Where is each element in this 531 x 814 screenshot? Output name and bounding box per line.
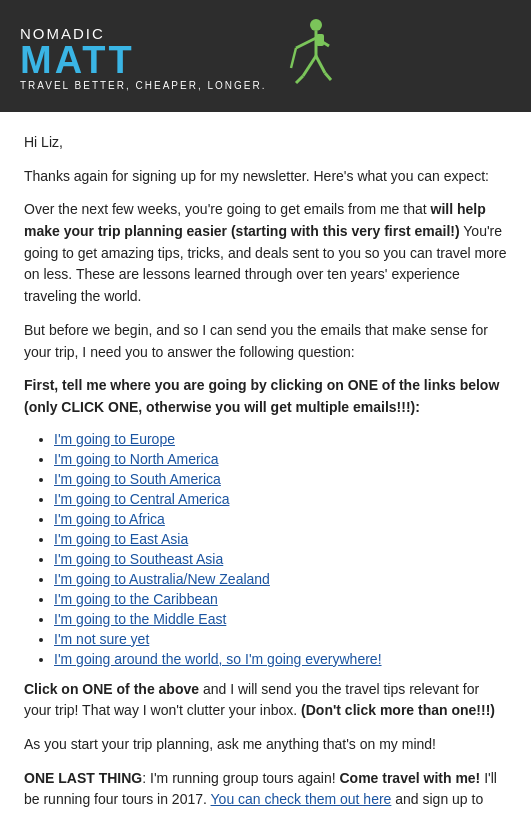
last-thing-bold: Come travel with me! [339,770,480,786]
list-item: I'm going to Southeast Asia [54,551,507,567]
email-body: Hi Liz, Thanks again for signing up for … [0,112,531,814]
svg-point-0 [310,19,322,31]
svg-line-3 [291,48,296,68]
link-europe[interactable]: I'm going to Europe [54,431,175,447]
svg-line-9 [325,73,331,80]
instruction: First, tell me where you are going by cl… [24,375,507,418]
list-item: I'm going to North America [54,451,507,467]
link-australia-nz[interactable]: I'm going to Australia/New Zealand [54,571,270,587]
list-item: I'm going to the Middle East [54,611,507,627]
link-south-america[interactable]: I'm going to South America [54,471,221,487]
greeting: Hi Liz, [24,132,507,154]
svg-line-8 [316,56,325,73]
list-item: I'm going to Central America [54,491,507,507]
link-caribbean[interactable]: I'm going to the Caribbean [54,591,218,607]
cta-bold: (Don't click more than one!!!) [301,702,495,718]
para3: But before we begin, and so I can send y… [24,320,507,363]
destination-links-list: I'm going to Europe I'm going to North A… [54,431,507,667]
list-item: I'm going to the Caribbean [54,591,507,607]
para4: As you start your trip planning, ask me … [24,734,507,756]
email-header: NOMADIC MATT TRAVEL BETTER, CHEAPER, LON… [0,0,531,112]
list-item: I'm going around the world, so I'm going… [54,651,507,667]
svg-line-7 [296,76,303,83]
cta-paragraph: Click on ONE of the above and I will sen… [24,679,507,722]
list-item: I'm going to East Asia [54,531,507,547]
logo-matt: MATT [20,41,266,79]
link-middle-east[interactable]: I'm going to the Middle East [54,611,226,627]
tours-link[interactable]: You can check them out here [211,791,392,807]
link-not-sure[interactable]: I'm not sure yet [54,631,149,647]
email-wrapper: NOMADIC MATT TRAVEL BETTER, CHEAPER, LON… [0,0,531,814]
link-africa[interactable]: I'm going to Africa [54,511,165,527]
svg-line-2 [296,38,316,48]
link-north-america[interactable]: I'm going to North America [54,451,219,467]
link-east-asia[interactable]: I'm going to East Asia [54,531,188,547]
para2: Over the next few weeks, you're going to… [24,199,507,307]
list-item: I'm going to Africa [54,511,507,527]
svg-line-6 [303,56,316,76]
list-item: I'm not sure yet [54,631,507,647]
last-thing-label: ONE LAST THING [24,770,142,786]
para1: Thanks again for signing up for my newsl… [24,166,507,188]
link-central-america[interactable]: I'm going to Central America [54,491,229,507]
list-item: I'm going to Australia/New Zealand [54,571,507,587]
last-thing-paragraph: ONE LAST THING: I'm running group tours … [24,768,507,814]
para2-plain1: Over the next few weeks, you're going to… [24,201,431,217]
list-item: I'm going to Europe [54,431,507,447]
hiker-icon [281,18,336,98]
cta-plain1: Click on ONE of the above [24,681,199,697]
last-thing-plain1: : I'm running group tours again! [142,770,339,786]
svg-rect-5 [316,34,324,46]
logo-text: NOMADIC MATT TRAVEL BETTER, CHEAPER, LON… [20,26,266,91]
link-southeast-asia[interactable]: I'm going to Southeast Asia [54,551,223,567]
logo-tagline: TRAVEL BETTER, CHEAPER, LONGER. [20,81,266,91]
list-item: I'm going to South America [54,471,507,487]
link-everywhere[interactable]: I'm going around the world, so I'm going… [54,651,382,667]
